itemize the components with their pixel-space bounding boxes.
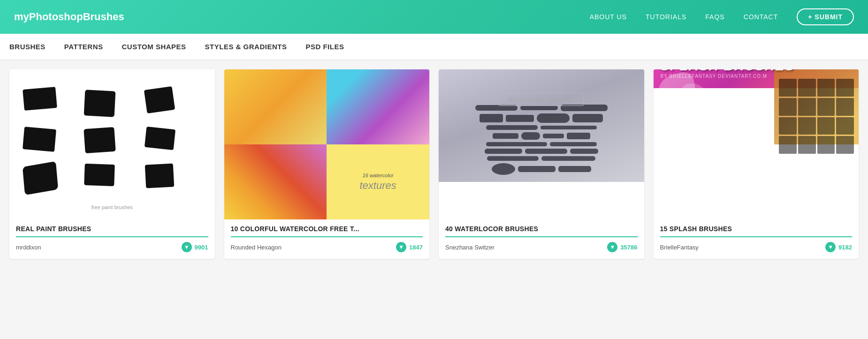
subnav-psd-files[interactable]: PSD FILES [305,34,344,59]
card-2-title: 10 COLORFUL WATERCOLOR FREE T... [231,225,423,233]
card-1-download-count: 9901 [195,244,208,251]
wc-cell-yellow-text: 16 watercolor textures [327,144,429,219]
card-1-author: mrddixon [16,244,41,251]
card-2-divider [231,236,423,237]
card-2-download-count: 1847 [409,244,423,251]
card-2[interactable]: 16 watercolor textures 10 COLORFUL WATER… [224,69,430,259]
subnav-brushes[interactable]: BRUSHES [9,34,46,59]
sub-nav: BRUSHES PATTERNS CUSTOM SHAPES STYLES & … [0,34,868,60]
wc-brushes-label: Watercolor Brushes [499,93,584,106]
card-3-info: 40 WATERLOCOR BRUSHES Snezhana Switzer ▼… [439,219,644,259]
download-icon-2: ▼ [396,242,406,252]
card-3-downloads: ▼ 35786 [607,242,637,252]
header: myPhotoshopBrushes ABOUT US TUTORIALS FA… [0,0,868,34]
card-4-title: 15 SPLASH BRUSHES [660,225,853,233]
card-3[interactable]: Watercolor Brushes [439,69,644,259]
download-icon-3: ▼ [607,242,617,252]
wc-textures-label: textures [359,180,396,192]
wc-cell-teal-pink [327,69,429,144]
card-1-title: REAL PAINT BRUSHES [16,225,208,233]
splash-sub-label: BY BRIELLEFANTASY DEVIANTART.CO.M [661,74,795,79]
card-1-info: REAL PAINT BRUSHES mrddixon ▼ 9901 [9,219,215,259]
nav-tutorials[interactable]: TUTORIALS [646,13,686,21]
card-2-author: Rounded Hexagon [231,244,282,251]
nav-faqs[interactable]: FAQS [705,13,724,21]
card-1-divider [16,236,208,237]
wc-count-label: 16 watercolor [363,172,394,179]
card-3-title: 40 WATERLOCOR BRUSHES [445,225,638,233]
card-1-image: free paint brushes [9,69,215,219]
download-icon: ▼ [182,242,192,252]
splash-brush-grid [779,79,854,154]
card-3-image: Watercolor Brushes [439,69,644,219]
header-nav: ABOUT US TUTORIALS FAQS CONTACT + SUBMIT [590,8,854,25]
card-4[interactable]: SPLASH BRUSHES BY BRIELLEFANTASY DEVIANT… [654,69,859,259]
submit-button[interactable]: + SUBMIT [797,8,854,25]
card-4-info: 15 SPLASH BRUSHES BrielleFantasy ▼ 9182 [654,219,859,259]
card-3-divider [445,236,638,237]
subnav-custom-shapes[interactable]: CUSTOM SHAPES [122,34,186,59]
splash-main-label: SPLASH BRUSHES [661,69,795,74]
card-3-author: Snezhana Switzer [445,244,495,251]
download-icon-4: ▼ [825,242,836,252]
subnav-patterns[interactable]: PATTERNS [64,34,103,59]
card-4-footer: BrielleFantasy ▼ 9182 [660,242,853,252]
card-1-downloads: ▼ 9901 [182,242,208,252]
site-logo[interactable]: myPhotoshopBrushes [14,11,124,23]
card-2-image: 16 watercolor textures [224,69,430,219]
card-4-author: BrielleFantasy [660,244,699,251]
cards-grid: free paint brushes REAL PAINT BRUSHES mr… [9,69,859,259]
card-2-downloads: ▼ 1847 [396,242,423,252]
wc-cell-yellow [224,69,327,144]
card-4-download-count: 9182 [838,244,852,251]
card-1[interactable]: free paint brushes REAL PAINT BRUSHES mr… [9,69,215,259]
nav-contact[interactable]: CONTACT [744,13,778,21]
card-4-image: SPLASH BRUSHES BY BRIELLEFANTASY DEVIANT… [654,69,859,219]
card-3-download-count: 35786 [620,244,637,251]
card-2-footer: Rounded Hexagon ▼ 1847 [231,242,423,252]
card-4-downloads: ▼ 9182 [825,242,852,252]
nav-about-us[interactable]: ABOUT US [590,13,627,21]
card-4-divider [660,236,853,237]
main-content: free paint brushes REAL PAINT BRUSHES mr… [0,60,868,268]
brush-strokes [446,105,637,175]
subnav-styles-gradients[interactable]: STYLES & GRADIENTS [205,34,287,59]
card-3-footer: Snezhana Switzer ▼ 35786 [445,242,638,252]
wc-cell-multicolor [224,144,327,219]
card-1-image-label: free paint brushes [91,202,133,215]
card-2-info: 10 COLORFUL WATERCOLOR FREE T... Rounded… [224,219,430,259]
card-1-footer: mrddixon ▼ 9901 [16,242,208,252]
